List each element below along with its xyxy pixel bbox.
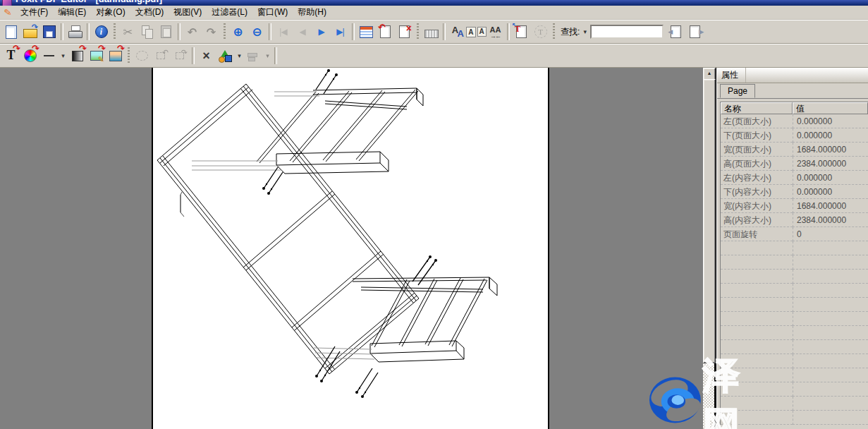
document-canvas[interactable] [0, 68, 703, 429]
color-wheel-button[interactable]: ↷ [20, 47, 39, 65]
page-layout-button[interactable] [357, 23, 376, 41]
copy-button[interactable] [137, 23, 157, 41]
new-document-button[interactable] [1, 23, 20, 41]
toolbar-grip[interactable] [553, 23, 555, 40]
page-drawing [153, 68, 548, 429]
save-button[interactable] [39, 23, 59, 41]
font-style-button[interactable]: A [448, 23, 467, 41]
previous-page-button[interactable]: ◀ [293, 23, 312, 41]
property-value[interactable]: 1684.000000 [793, 199, 868, 213]
zoom-in-button[interactable]: ⊕ [228, 23, 247, 41]
menu-view[interactable]: 视图(V) [169, 5, 207, 20]
property-name: 宽(内容大小) [721, 199, 793, 213]
tab-page[interactable]: Page [720, 84, 755, 98]
edit-image-button[interactable]: ↷ [87, 47, 106, 65]
line-style-dropdown[interactable]: ▾ [59, 47, 68, 65]
delete-object-button[interactable]: × [197, 47, 216, 65]
last-page-button[interactable]: ▶| [331, 23, 350, 41]
property-row-empty [721, 397, 868, 411]
property-value[interactable]: 1684.000000 [793, 143, 868, 157]
select-object-button[interactable] [133, 47, 152, 65]
toolbar-icon: A [452, 25, 458, 35]
find-next-button[interactable]: ▶ [685, 23, 704, 41]
keyboard-button[interactable] [422, 23, 441, 41]
property-value[interactable]: 0.000000 [793, 128, 868, 143]
separator [443, 23, 446, 40]
menu-help[interactable]: 帮助(H) [293, 5, 331, 20]
menu-filter[interactable]: 过滤器(L) [207, 5, 252, 20]
column-header-value[interactable]: 值 [793, 102, 868, 114]
menu-object[interactable]: 对象(O) [91, 5, 130, 20]
insert-page-button[interactable]: ↶ [376, 23, 395, 41]
properties-panel-title: 属性 [717, 68, 746, 83]
property-row[interactable]: 左(页面大小) 0.000000 [721, 114, 868, 128]
vertical-scrollbar[interactable]: ▲ [703, 68, 714, 429]
property-value[interactable]: 0.000000 [793, 185, 868, 199]
add-text-button[interactable]: T [512, 23, 531, 41]
rotate-left-button[interactable]: ↶ [152, 47, 171, 65]
toolbar-icon: i [100, 27, 102, 37]
property-row[interactable]: 下(页面大小) 0.000000 [721, 128, 868, 143]
shapes-dropdown[interactable]: ▾ [235, 47, 244, 65]
fill-style-button[interactable]: ↷ [68, 47, 87, 65]
property-value[interactable]: 0.000000 [793, 171, 868, 185]
menu-bar: ✎ 文件(F) 编辑(E) 对象(O) 文档(D) 视图(V) 过滤器(L) 窗… [0, 6, 868, 20]
property-row[interactable]: 左(内容大小) 0.000000 [721, 171, 868, 185]
property-name: 左(页面大小) [721, 114, 793, 128]
line-style-button[interactable] [39, 47, 59, 65]
document-info-button[interactable]: i [92, 23, 111, 41]
toolbar-icon-overlay: × [406, 25, 412, 32]
redo-button[interactable]: ↷ [202, 23, 221, 41]
separator [352, 23, 355, 40]
find-previous-button[interactable]: ◀ [666, 23, 685, 41]
first-page-button[interactable]: |◀ [274, 23, 293, 41]
paste-button[interactable] [157, 23, 176, 41]
print-button[interactable] [66, 23, 85, 41]
font-pair-button[interactable]: AA [467, 23, 486, 41]
text-circle-button[interactable]: T [531, 23, 550, 41]
scrollbar-thumb[interactable] [703, 79, 716, 363]
open-document-button[interactable] [20, 23, 39, 41]
property-row[interactable]: 高(页面大小) 2384.000000 [721, 157, 868, 171]
rotate-right-button[interactable]: ↷ [171, 47, 190, 65]
toolbar-grip[interactable] [114, 23, 116, 40]
property-row[interactable]: 宽(内容大小) 1684.000000 [721, 199, 868, 213]
property-row[interactable]: 页面旋转 0 [721, 227, 868, 241]
property-row-empty [721, 270, 868, 284]
property-row-empty [721, 284, 868, 298]
property-name: 下(页面大小) [721, 128, 793, 143]
align-dropdown[interactable]: ▾ [263, 47, 272, 65]
property-value[interactable]: 2384.000000 [793, 213, 868, 227]
menu-document[interactable]: 文档(D) [130, 5, 169, 20]
font-width-button[interactable]: AA→← [486, 23, 505, 41]
property-row[interactable]: 宽(页面大小) 1684.000000 [721, 143, 868, 157]
toolbar-icon: ↶ [188, 25, 197, 39]
toolbar-grip[interactable] [417, 23, 419, 40]
property-row-empty [721, 340, 868, 354]
delete-page-button[interactable]: × [395, 23, 414, 41]
undo-button[interactable]: ↶ [183, 23, 202, 41]
menu-file[interactable]: 文件(F) [16, 5, 53, 20]
menu-window[interactable]: 窗口(W) [252, 5, 293, 20]
property-row[interactable]: 下(内容大小) 0.000000 [721, 185, 868, 199]
property-value[interactable]: 0 [793, 227, 868, 241]
toolbar-icon-overlay: ↷ [117, 45, 125, 52]
pdf-page[interactable] [152, 68, 549, 429]
align-button[interactable] [244, 47, 263, 65]
property-value[interactable]: 0.000000 [793, 114, 868, 128]
toolbar-grip[interactable] [224, 23, 226, 40]
property-value[interactable]: 2384.000000 [793, 157, 868, 171]
find-dropdown-arrow-icon[interactable]: ▾ [581, 26, 589, 37]
toolbar-grip[interactable] [128, 47, 130, 64]
zoom-out-button[interactable]: ⊖ [247, 23, 267, 41]
column-header-name[interactable]: 名称 [721, 102, 793, 114]
edit-text-button[interactable]: T↷ [1, 47, 20, 65]
shapes-button[interactable] [216, 47, 235, 65]
find-input[interactable] [590, 25, 664, 39]
menu-edit[interactable]: 编辑(E) [53, 5, 91, 20]
next-page-button[interactable]: ▶ [312, 23, 331, 41]
replace-image-button[interactable]: ↷ [106, 47, 125, 65]
cut-button[interactable]: ✂ [118, 23, 137, 41]
property-row[interactable]: 高(内容大小) 2384.000000 [721, 213, 868, 227]
app-window: { "window": { "title": "Foxit PDF Editor… [0, 0, 868, 429]
